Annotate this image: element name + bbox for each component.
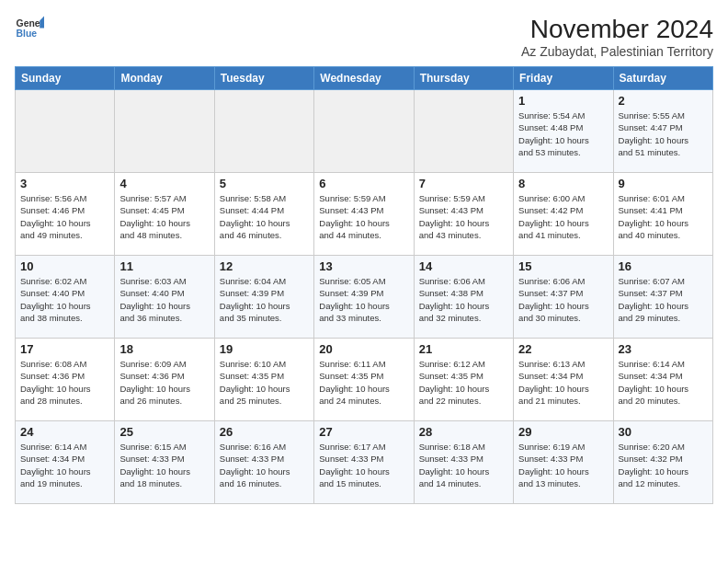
day-info: Sunrise: 5:59 AM Sunset: 4:43 PM Dayligh… xyxy=(419,192,508,241)
day-number: 30 xyxy=(619,425,708,439)
calendar-cell: 19Sunrise: 6:10 AM Sunset: 4:35 PM Dayli… xyxy=(214,339,313,421)
logo-icon: General Blue xyxy=(15,15,44,40)
day-info: Sunrise: 6:15 AM Sunset: 4:33 PM Dayligh… xyxy=(119,441,209,489)
day-number: 16 xyxy=(619,259,708,273)
day-info: Sunrise: 5:57 AM Sunset: 4:45 PM Dayligh… xyxy=(119,192,209,241)
day-info: Sunrise: 6:00 AM Sunset: 4:42 PM Dayligh… xyxy=(518,192,608,241)
calendar-cell: 16Sunrise: 6:07 AM Sunset: 4:37 PM Dayli… xyxy=(613,256,712,339)
weekday-header: Sunday xyxy=(16,67,115,90)
month-title: November 2024 xyxy=(521,15,713,44)
calendar-cell: 1Sunrise: 5:54 AM Sunset: 4:48 PM Daylig… xyxy=(514,90,613,173)
day-number: 19 xyxy=(220,342,309,356)
day-number: 1 xyxy=(518,94,608,108)
day-info: Sunrise: 6:05 AM Sunset: 4:39 PM Dayligh… xyxy=(319,275,408,324)
calendar-cell xyxy=(414,90,513,173)
weekday-header: Thursday xyxy=(414,67,513,90)
day-number: 14 xyxy=(419,259,508,273)
day-info: Sunrise: 6:07 AM Sunset: 4:37 PM Dayligh… xyxy=(619,275,708,324)
day-number: 8 xyxy=(518,177,608,190)
weekday-header: Wednesday xyxy=(314,67,414,90)
day-number: 9 xyxy=(619,177,708,190)
calendar-week-row: 24Sunrise: 6:14 AM Sunset: 4:34 PM Dayli… xyxy=(16,421,713,504)
calendar-cell: 14Sunrise: 6:06 AM Sunset: 4:38 PM Dayli… xyxy=(414,256,513,339)
day-info: Sunrise: 6:02 AM Sunset: 4:40 PM Dayligh… xyxy=(20,275,109,324)
day-number: 6 xyxy=(319,177,408,190)
day-info: Sunrise: 6:01 AM Sunset: 4:41 PM Dayligh… xyxy=(619,192,708,241)
day-info: Sunrise: 6:06 AM Sunset: 4:38 PM Dayligh… xyxy=(419,275,508,324)
weekday-header: Tuesday xyxy=(214,67,313,90)
calendar-cell: 25Sunrise: 6:15 AM Sunset: 4:33 PM Dayli… xyxy=(115,421,214,504)
day-number: 7 xyxy=(419,177,508,190)
calendar-week-row: 17Sunrise: 6:08 AM Sunset: 4:36 PM Dayli… xyxy=(16,339,713,421)
weekday-header: Friday xyxy=(514,67,613,90)
calendar-cell: 17Sunrise: 6:08 AM Sunset: 4:36 PM Dayli… xyxy=(16,339,115,421)
calendar-cell: 27Sunrise: 6:17 AM Sunset: 4:33 PM Dayli… xyxy=(314,421,414,504)
calendar-cell: 30Sunrise: 6:20 AM Sunset: 4:32 PM Dayli… xyxy=(613,421,712,504)
day-info: Sunrise: 6:13 AM Sunset: 4:34 PM Dayligh… xyxy=(518,358,608,407)
calendar-week-row: 10Sunrise: 6:02 AM Sunset: 4:40 PM Dayli… xyxy=(16,256,713,339)
calendar-cell: 22Sunrise: 6:13 AM Sunset: 4:34 PM Dayli… xyxy=(514,339,613,421)
calendar-cell: 15Sunrise: 6:06 AM Sunset: 4:37 PM Dayli… xyxy=(514,256,613,339)
day-info: Sunrise: 6:14 AM Sunset: 4:34 PM Dayligh… xyxy=(619,358,708,407)
day-number: 25 xyxy=(119,425,209,439)
day-info: Sunrise: 6:09 AM Sunset: 4:36 PM Dayligh… xyxy=(119,358,209,407)
calendar-cell: 8Sunrise: 6:00 AM Sunset: 4:42 PM Daylig… xyxy=(514,173,613,256)
day-number: 24 xyxy=(20,425,109,439)
calendar-cell: 2Sunrise: 5:55 AM Sunset: 4:47 PM Daylig… xyxy=(613,90,712,173)
day-info: Sunrise: 6:06 AM Sunset: 4:37 PM Dayligh… xyxy=(518,275,608,324)
calendar-table: SundayMondayTuesdayWednesdayThursdayFrid… xyxy=(15,66,713,504)
calendar-cell: 3Sunrise: 5:56 AM Sunset: 4:46 PM Daylig… xyxy=(16,173,115,256)
day-info: Sunrise: 5:56 AM Sunset: 4:46 PM Dayligh… xyxy=(20,192,109,241)
calendar-cell: 29Sunrise: 6:19 AM Sunset: 4:33 PM Dayli… xyxy=(514,421,613,504)
page-header: General Blue November 2024 Az Zubaydat, … xyxy=(15,15,713,59)
day-number: 23 xyxy=(619,342,708,356)
calendar-cell: 6Sunrise: 5:59 AM Sunset: 4:43 PM Daylig… xyxy=(314,173,414,256)
title-block: November 2024 Az Zubaydat, Palestinian T… xyxy=(521,15,713,59)
svg-text:Blue: Blue xyxy=(17,29,38,39)
calendar-cell: 28Sunrise: 6:18 AM Sunset: 4:33 PM Dayli… xyxy=(414,421,513,504)
weekday-header: Monday xyxy=(115,67,214,90)
day-info: Sunrise: 5:58 AM Sunset: 4:44 PM Dayligh… xyxy=(220,192,309,241)
day-number: 15 xyxy=(518,259,608,273)
calendar-cell: 23Sunrise: 6:14 AM Sunset: 4:34 PM Dayli… xyxy=(613,339,712,421)
day-info: Sunrise: 6:18 AM Sunset: 4:33 PM Dayligh… xyxy=(419,441,508,489)
day-info: Sunrise: 6:17 AM Sunset: 4:33 PM Dayligh… xyxy=(319,441,408,489)
day-number: 12 xyxy=(220,259,309,273)
calendar-cell: 20Sunrise: 6:11 AM Sunset: 4:35 PM Dayli… xyxy=(314,339,414,421)
calendar-cell: 10Sunrise: 6:02 AM Sunset: 4:40 PM Dayli… xyxy=(16,256,115,339)
day-number: 29 xyxy=(518,425,608,439)
calendar-cell xyxy=(115,90,214,173)
day-number: 10 xyxy=(20,259,109,273)
day-number: 11 xyxy=(119,259,209,273)
calendar-cell: 7Sunrise: 5:59 AM Sunset: 4:43 PM Daylig… xyxy=(414,173,513,256)
day-info: Sunrise: 6:11 AM Sunset: 4:35 PM Dayligh… xyxy=(319,358,408,407)
day-number: 4 xyxy=(119,177,209,190)
day-info: Sunrise: 6:03 AM Sunset: 4:40 PM Dayligh… xyxy=(119,275,209,324)
day-number: 26 xyxy=(220,425,309,439)
calendar-cell: 21Sunrise: 6:12 AM Sunset: 4:35 PM Dayli… xyxy=(414,339,513,421)
day-number: 3 xyxy=(20,177,109,190)
calendar-cell: 5Sunrise: 5:58 AM Sunset: 4:44 PM Daylig… xyxy=(214,173,313,256)
calendar-cell: 13Sunrise: 6:05 AM Sunset: 4:39 PM Dayli… xyxy=(314,256,414,339)
day-number: 18 xyxy=(119,342,209,356)
day-info: Sunrise: 5:54 AM Sunset: 4:48 PM Dayligh… xyxy=(518,109,608,158)
day-number: 13 xyxy=(319,259,408,273)
day-info: Sunrise: 6:12 AM Sunset: 4:35 PM Dayligh… xyxy=(419,358,508,407)
logo: General Blue xyxy=(15,15,44,40)
day-info: Sunrise: 6:19 AM Sunset: 4:33 PM Dayligh… xyxy=(518,441,608,489)
day-info: Sunrise: 6:14 AM Sunset: 4:34 PM Dayligh… xyxy=(20,441,109,489)
calendar-cell xyxy=(314,90,414,173)
day-number: 17 xyxy=(20,342,109,356)
calendar-week-row: 1Sunrise: 5:54 AM Sunset: 4:48 PM Daylig… xyxy=(16,90,713,173)
day-info: Sunrise: 6:04 AM Sunset: 4:39 PM Dayligh… xyxy=(220,275,309,324)
calendar-cell: 18Sunrise: 6:09 AM Sunset: 4:36 PM Dayli… xyxy=(115,339,214,421)
calendar-cell: 11Sunrise: 6:03 AM Sunset: 4:40 PM Dayli… xyxy=(115,256,214,339)
day-info: Sunrise: 5:59 AM Sunset: 4:43 PM Dayligh… xyxy=(319,192,408,241)
calendar-cell xyxy=(16,90,115,173)
day-number: 21 xyxy=(419,342,508,356)
day-number: 5 xyxy=(220,177,309,190)
weekday-header: Saturday xyxy=(613,67,712,90)
calendar-cell: 12Sunrise: 6:04 AM Sunset: 4:39 PM Dayli… xyxy=(214,256,313,339)
day-number: 2 xyxy=(619,94,708,108)
calendar-cell: 26Sunrise: 6:16 AM Sunset: 4:33 PM Dayli… xyxy=(214,421,313,504)
